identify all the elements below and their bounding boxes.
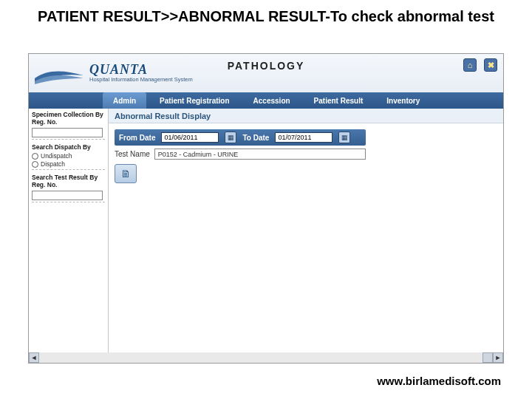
brand-tagline: Hospital Information Management System (89, 76, 193, 83)
show-report-button[interactable]: 🗎 (115, 164, 137, 183)
main-nav: Admin Patient Registration Accession Pat… (29, 92, 503, 109)
to-date-input[interactable]: 01/07/2011 (275, 132, 332, 143)
date-filter-row: From Date 01/06/2011 ▦ To Date 01/07/201… (115, 129, 366, 146)
module-title: PATHOLOGY (228, 60, 305, 72)
footer-url: www.birlamedisoft.com (377, 375, 501, 387)
sb-radio-undispatch-label: Undispatch (41, 152, 72, 160)
scroll-left-button[interactable]: ◄ (29, 352, 39, 363)
to-date-label: To Date (242, 134, 269, 142)
from-date-label: From Date (119, 134, 155, 142)
nav-accession[interactable]: Accession (243, 92, 301, 109)
app-header: QUANTA Hospital Information Management S… (29, 54, 503, 92)
nav-admin[interactable]: Admin (103, 92, 146, 109)
nav-patient-result[interactable]: Patient Result (304, 92, 374, 109)
radio-icon (32, 153, 38, 160)
sb-testresult-input[interactable] (32, 191, 103, 200)
nav-patient-registration[interactable]: Patient Registration (149, 92, 239, 109)
sidebar: Specimen Collection By Reg. No. Search D… (29, 109, 109, 352)
from-date-input[interactable]: 01/06/2011 (161, 132, 219, 143)
sb-specimen-title: Specimen Collection By Reg. No. (32, 112, 105, 126)
test-name-input[interactable]: P0152 - Cadmium - URINE (154, 149, 366, 160)
close-icon[interactable]: ✖ (484, 58, 497, 72)
main-panel: Abnormal Result Display From Date 01/06/… (109, 109, 503, 352)
sb-dispatch-title: Search Dispatch By (32, 144, 105, 151)
horizontal-scrollbar[interactable]: ◄ ► (29, 352, 503, 363)
nav-inventory[interactable]: Inventory (376, 92, 430, 109)
to-date-calendar-icon[interactable]: ▦ (338, 132, 350, 143)
slide-title: PATIENT RESULT>>ABNORMAL RESULT-To check… (0, 0, 532, 30)
radio-icon (32, 161, 38, 168)
sb-testresult-title: Search Test Result By Reg. No. (32, 174, 105, 189)
brand-swoosh-icon (33, 65, 86, 84)
test-name-label: Test Name (115, 150, 150, 158)
brand-logo: QUANTA Hospital Information Management S… (33, 62, 193, 84)
report-icon: 🗎 (120, 168, 131, 180)
scroll-thumb[interactable] (482, 352, 493, 363)
sb-radio-dispatch-label: Dispatch (41, 160, 65, 168)
scroll-right-button[interactable]: ► (493, 352, 503, 363)
home-icon[interactable]: ⌂ (463, 58, 477, 72)
sb-specimen-input[interactable] (32, 128, 103, 137)
brand-name: QUANTA (89, 62, 193, 78)
panel-title-bar: Abnormal Result Display (109, 109, 503, 123)
app-window: QUANTA Hospital Information Management S… (28, 53, 504, 364)
panel-title: Abnormal Result Display (115, 112, 211, 120)
sb-radio-undispatch[interactable]: Undispatch (32, 152, 105, 160)
sb-radio-dispatch[interactable]: Dispatch (32, 160, 105, 168)
from-date-calendar-icon[interactable]: ▦ (225, 132, 236, 143)
